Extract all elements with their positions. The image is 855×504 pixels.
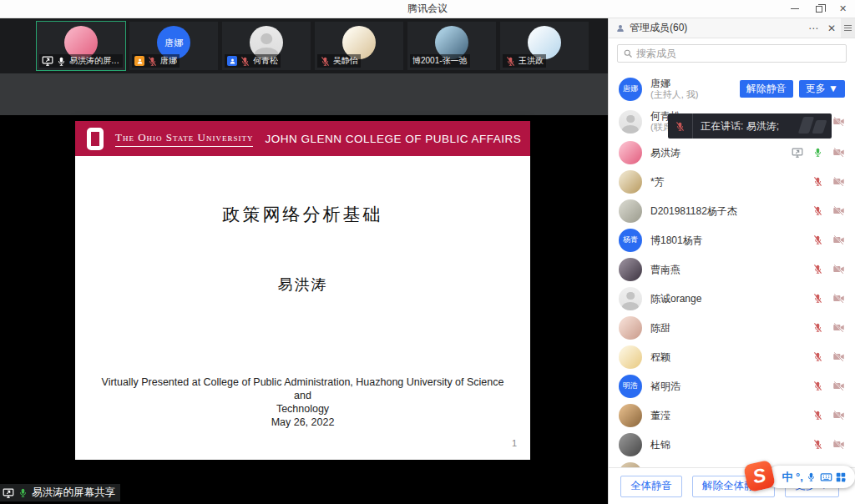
mic-status-icon[interactable] bbox=[812, 264, 823, 275]
member-more-button[interactable]: 更多 ▼ bbox=[799, 80, 845, 98]
member-name: *芳 bbox=[650, 176, 665, 188]
mic-status-icon[interactable] bbox=[812, 439, 823, 450]
camera-off-icon[interactable] bbox=[832, 204, 845, 217]
camera-off-icon[interactable] bbox=[832, 115, 845, 128]
slide-footer-line1: Virtually Presented at College of Public… bbox=[95, 375, 510, 402]
camera-off-icon[interactable] bbox=[832, 350, 845, 363]
panel-menu-button[interactable] bbox=[841, 18, 855, 38]
stage-top-band bbox=[0, 73, 608, 115]
mic-status-icon[interactable] bbox=[812, 381, 823, 391]
camera-off-icon[interactable] bbox=[832, 146, 845, 159]
camera-off-icon[interactable] bbox=[832, 292, 845, 305]
minimize-button[interactable] bbox=[782, 0, 807, 18]
camera-off-icon[interactable] bbox=[832, 409, 845, 421]
mic-status-icon[interactable] bbox=[812, 351, 823, 362]
members-icon bbox=[615, 23, 625, 33]
member-name: 褚明浩 bbox=[650, 381, 680, 392]
member-row[interactable]: 易洪涛 bbox=[609, 138, 855, 167]
mic-status-icon[interactable] bbox=[812, 410, 823, 421]
sogou-logo-icon[interactable]: S bbox=[743, 460, 776, 492]
camera-off-icon[interactable] bbox=[832, 175, 845, 188]
mute-all-button[interactable]: 全体静音 bbox=[620, 476, 682, 497]
member-row[interactable]: 杜锦 bbox=[609, 430, 855, 459]
camera-off-icon[interactable] bbox=[832, 234, 845, 246]
mic-icon bbox=[56, 56, 67, 67]
member-row[interactable]: 董滢 bbox=[609, 401, 855, 430]
restore-button[interactable] bbox=[807, 0, 831, 18]
slide-footer-line2: Technology bbox=[95, 402, 510, 416]
meeting-main-area: 易洪涛的屏幕... 唐娜 唐娜 何青松 吴静怡 bbox=[0, 18, 608, 504]
ime-punctuation-toggle[interactable]: °, bbox=[796, 471, 803, 483]
video-thumbnail[interactable]: 王洪政 bbox=[500, 22, 589, 70]
video-thumbnail[interactable]: 唐娜 唐娜 bbox=[129, 22, 218, 70]
member-name: 博1801杨青 bbox=[650, 234, 703, 246]
member-name: 董滢 bbox=[650, 410, 670, 421]
member-row[interactable]: 陈诚orange bbox=[609, 284, 855, 313]
member-avatar: 唐娜 bbox=[619, 78, 642, 101]
mic-status-icon[interactable] bbox=[812, 147, 823, 158]
screen-share-icon[interactable] bbox=[792, 147, 803, 159]
ime-mic-icon[interactable] bbox=[806, 471, 817, 482]
member-row[interactable]: 明浩 褚明浩 bbox=[609, 371, 855, 401]
camera-off-icon[interactable] bbox=[832, 263, 845, 275]
panel-more-button[interactable]: ⋯ bbox=[804, 18, 822, 38]
search-box[interactable] bbox=[617, 44, 847, 63]
tencent-meeting-window: 腾讯会议 ✕ 易洪涛的屏幕... 唐娜 唐娜 bbox=[0, 0, 855, 504]
search-icon bbox=[623, 48, 633, 58]
member-row[interactable]: 杨青 博1801杨青 bbox=[609, 225, 855, 255]
member-name: 唐娜 bbox=[650, 78, 698, 89]
member-row[interactable]: *芳 bbox=[609, 167, 855, 196]
video-thumbnail[interactable]: 易洪涛的屏幕... bbox=[37, 22, 125, 70]
mic-status-icon[interactable] bbox=[812, 234, 823, 245]
member-avatar: 杨青 bbox=[619, 229, 642, 252]
video-thumbnail[interactable]: 何青松 bbox=[222, 22, 311, 70]
member-avatar bbox=[619, 462, 642, 468]
member-actions: 解除静音更多 ▼ bbox=[740, 80, 845, 98]
more-horizontal-icon: ⋯ bbox=[808, 23, 818, 34]
mic-status-icon[interactable] bbox=[812, 293, 823, 304]
mic-status-icon[interactable] bbox=[812, 205, 823, 216]
ime-toolbar: 中 °, S bbox=[746, 462, 855, 491]
ime-toolbox-icon[interactable] bbox=[835, 471, 847, 483]
unmute-member-button[interactable]: 解除静音 bbox=[740, 80, 793, 98]
member-avatar bbox=[619, 433, 642, 456]
panel-close-button[interactable]: ✕ bbox=[822, 18, 841, 38]
ime-language-toggle[interactable]: 中 bbox=[782, 470, 793, 485]
participant-name: 何青松 bbox=[253, 55, 278, 67]
role-badge-icon bbox=[227, 56, 237, 66]
participant-name: 易洪涛的屏幕... bbox=[69, 55, 120, 67]
ime-keyboard-icon[interactable] bbox=[820, 471, 832, 483]
member-name: D201981182杨子杰 bbox=[650, 205, 737, 217]
slide-footer-date: May 26, 2022 bbox=[95, 416, 510, 429]
close-button[interactable]: ✕ bbox=[831, 0, 855, 18]
presentation-slide: The Ohio State University JOHN GLENN COL… bbox=[75, 121, 530, 460]
member-name: 易洪涛 bbox=[650, 147, 680, 159]
role-badge-icon bbox=[134, 56, 144, 66]
slide-footer-text: Virtually Presented at College of Public… bbox=[95, 375, 510, 429]
member-name: 杜锦 bbox=[650, 439, 670, 451]
member-search-area bbox=[609, 38, 855, 68]
screen-share-badge: 易洪涛的屏幕共享 bbox=[0, 484, 120, 501]
member-row[interactable]: 曹南燕 bbox=[609, 255, 855, 284]
mic-status-icon[interactable] bbox=[812, 176, 823, 187]
member-row[interactable]: 陈甜 bbox=[609, 313, 855, 342]
member-avatar bbox=[619, 258, 642, 281]
camera-off-icon[interactable] bbox=[832, 380, 845, 392]
video-thumbnail[interactable]: 吴静怡 bbox=[315, 22, 403, 70]
speaking-toast-text: 正在讲话: 易洪涛; bbox=[693, 119, 779, 134]
search-input[interactable] bbox=[636, 48, 841, 59]
ime-bar: 中 °, bbox=[767, 466, 855, 488]
mic-icon bbox=[320, 56, 331, 67]
camera-off-icon[interactable] bbox=[832, 321, 845, 334]
video-thumbnail[interactable]: 博2001-张一弛 bbox=[407, 22, 496, 70]
minimize-icon bbox=[791, 8, 799, 9]
member-row[interactable]: D201981182杨子杰 bbox=[609, 196, 855, 225]
mic-status-icon[interactable] bbox=[812, 322, 823, 333]
participant-name: 唐娜 bbox=[160, 55, 177, 67]
camera-off-icon[interactable] bbox=[832, 438, 845, 451]
member-name: 曹南燕 bbox=[650, 264, 680, 275]
window-title: 腾讯会议 bbox=[0, 2, 855, 16]
member-row[interactable]: 唐娜 唐娜 (主持人, 我) 解除静音更多 ▼ bbox=[609, 73, 855, 105]
osu-logo-icon bbox=[87, 128, 104, 150]
member-row[interactable]: 程颖 bbox=[609, 342, 855, 371]
